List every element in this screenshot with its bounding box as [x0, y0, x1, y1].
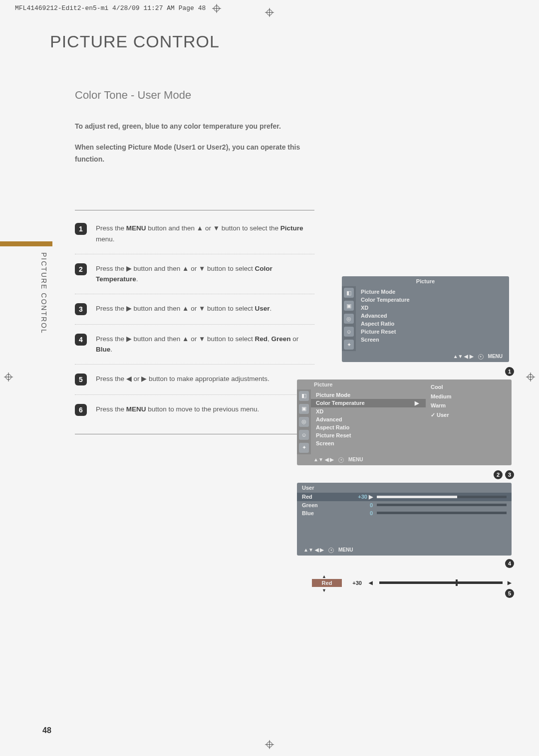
step-text: Press the MENU button to move to the pre…	[96, 404, 259, 415]
osd-item-selected: Color Temperature▶	[311, 399, 426, 407]
row-bar-fill	[377, 496, 457, 498]
row-label: Blue	[302, 510, 352, 516]
osd-panel-color-temp: Picture ◧ ▣ ◎ ☺ ✦ Picture Mode	[297, 379, 512, 465]
steps-list: 1 Press the MENU button and then ▲ or ▼ …	[75, 210, 314, 434]
osd-category-icons: ◧ ▣ ◎ ☺ ✦	[297, 389, 311, 454]
category-icon: ◎	[299, 417, 309, 427]
ok-icon	[478, 354, 484, 360]
row-bar	[377, 504, 507, 506]
osd-item: Picture Mode	[311, 391, 426, 399]
callout-3: 3	[505, 470, 514, 479]
step-5: 5 Press the ◀ or ▶ button to make approp…	[75, 374, 314, 395]
slider-value: +30	[347, 580, 362, 586]
user-row-red: Red +30 ▶	[297, 493, 512, 501]
osd-item: Aspect Ratio	[311, 423, 426, 431]
step-number: 3	[75, 303, 87, 315]
side-tab-accent	[0, 241, 52, 246]
arrow-right-icon: ▶	[508, 580, 512, 585]
row-value: +30 ▶	[352, 494, 377, 500]
osd-title: Picture	[297, 379, 426, 389]
category-icon: ◎	[344, 314, 354, 324]
registration-mark-bottom	[265, 740, 274, 751]
color-opt-user: User	[431, 410, 507, 420]
category-icon: ▣	[299, 404, 309, 414]
user-row-green: Green 0	[297, 501, 512, 509]
row-bar	[377, 496, 507, 498]
step-number: 6	[75, 404, 87, 416]
step-6: 6 Press the MENU button to move to the p…	[75, 404, 314, 425]
row-label: Green	[302, 502, 352, 508]
spacer	[297, 517, 512, 545]
arrow-left-icon: ◀	[367, 580, 374, 585]
osd-item: Screen	[356, 336, 509, 344]
step-text: Press the ▶ button and then ▲ or ▼ butto…	[96, 263, 314, 285]
osd-nav-hint: ▲▼ ◀ ▶ MENU	[342, 351, 509, 362]
row-value: 0	[352, 502, 377, 508]
osd-panel-picture: Picture ◧ ▣ ◎ ☺ ✦ Picture Mode Color Tem…	[297, 276, 512, 362]
osd-item: Aspect Ratio	[356, 320, 509, 328]
intro-text-1: To adjust red, green, blue to any color …	[75, 121, 309, 133]
ok-icon	[328, 548, 334, 553]
step-number: 5	[75, 374, 87, 385]
osd-panel-user: User Red +30 ▶ Green 0 Blue 0	[297, 483, 512, 556]
slider-thumb	[456, 579, 458, 586]
step-2: 2 Press the ▶ button and then ▲ or ▼ but…	[75, 263, 314, 294]
step-3: 3 Press the ▶ button and then ▲ or ▼ but…	[75, 303, 314, 325]
side-tab: PICTURE CONTROL	[0, 241, 52, 341]
osd-title: User	[297, 483, 512, 493]
osd-item: Picture Mode	[356, 288, 509, 296]
color-opt-medium: Medium	[431, 392, 507, 401]
page-number: 48	[42, 726, 51, 735]
category-icon: ▣	[344, 301, 354, 311]
callout-1: 1	[505, 367, 514, 376]
osd-category-icons: ◧ ▣ ◎ ☺ ✦	[342, 286, 356, 351]
osd-menu-list: Picture Mode Color Temperature▶ XD Advan…	[311, 389, 426, 454]
category-icon: ☺	[344, 327, 354, 337]
callout-2: 2	[494, 470, 503, 479]
category-icon: ◧	[344, 288, 354, 298]
row-value: 0	[352, 510, 377, 516]
osd-item: Picture Reset	[311, 431, 426, 439]
row-label: Red	[302, 494, 352, 500]
osd-item: XD	[311, 407, 426, 415]
user-row-blue: Blue 0	[297, 509, 512, 517]
category-icon: ☺	[299, 430, 309, 440]
color-opt-cool: Cool	[431, 382, 507, 392]
step-4: 4 Press the ▶ button and then ▲ or ▼ but…	[75, 334, 314, 365]
osd-title: Picture	[342, 276, 509, 286]
slider-track	[379, 581, 503, 584]
color-opt-warm: Warm	[431, 401, 507, 410]
step-1: 1 Press the MENU button and then ▲ or ▼ …	[75, 223, 314, 254]
osd-item: Advanced	[356, 312, 509, 320]
osd-container: Picture ◧ ▣ ◎ ☺ ✦ Picture Mode Color Tem…	[297, 276, 512, 610]
arrow-down-icon: ▼	[312, 587, 512, 593]
side-tab-text: PICTURE CONTROL	[40, 252, 48, 334]
osd-item: Color Temperature	[356, 296, 509, 304]
intro-text-2: When selecting Picture Mode (User1 or Us…	[75, 142, 309, 166]
osd-item: Advanced	[311, 415, 426, 423]
crop-mark-icon	[212, 4, 221, 13]
osd-item: XD	[356, 304, 509, 312]
osd-item: Picture Reset	[356, 328, 509, 336]
category-icon: ◧	[299, 391, 309, 401]
step-text: Press the MENU button and then ▲ or ▼ bu…	[96, 223, 314, 244]
osd-menu-list: Picture Mode Color Temperature XD Advanc…	[356, 286, 509, 351]
job-string: MFL41469212-Edit2-en5-mi 4/28/09 11:27 A…	[15, 4, 206, 12]
step-text: Press the ◀ or ▶ button to make appropri…	[96, 374, 270, 384]
arrow-up-icon: ▲	[312, 573, 512, 579]
step-number: 1	[75, 223, 87, 235]
step-number: 4	[75, 334, 87, 346]
color-options: Cool Medium Warm User	[426, 379, 512, 454]
page-title: PICTURE CONTROL	[50, 32, 499, 51]
slider-label: Red	[312, 579, 342, 587]
callout-4: 4	[505, 559, 514, 568]
step-text: Press the ▶ button and then ▲ or ▼ butto…	[96, 303, 271, 314]
callout-5: 5	[505, 589, 514, 598]
osd-nav-hint: ▲▼ ◀ ▶ MENU	[297, 545, 512, 556]
row-bar	[377, 512, 507, 514]
category-icon: ✦	[344, 340, 354, 350]
section-title: Color Tone - User Mode	[75, 89, 499, 102]
step-text: Press the ▶ button and then ▲ or ▼ butto…	[96, 334, 314, 355]
triangle-right-icon: ▶	[415, 400, 419, 406]
steps-end-rule	[75, 434, 314, 434]
